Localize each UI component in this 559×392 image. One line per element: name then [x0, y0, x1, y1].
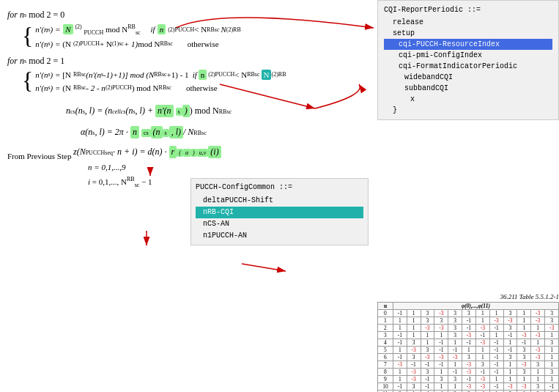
cell-phi: -1 — [434, 361, 448, 369]
cell-phi: 1 — [531, 376, 545, 383]
pucch-nrb[interactable]: nRB-CQI — [196, 207, 363, 218]
mod0-section: for ns mod 2 = 0 { n'(ns) = N (2) PUCCH … — [7, 10, 366, 50]
left-brace-mod0: { — [22, 24, 33, 48]
tree-item-subband[interactable]: subbandCQI — [384, 83, 552, 94]
cell-phi: 3 — [531, 383, 545, 391]
cell-phi: -3 — [462, 383, 476, 391]
cell-phi: -3 — [517, 332, 531, 339]
npucch-cond-mod1: n — [199, 70, 207, 80]
cell-phi: 3 — [462, 354, 476, 361]
cell-phi: -3 — [448, 354, 462, 361]
ruv-highlight: r — [169, 146, 177, 158]
cell-phi: -3 — [531, 332, 545, 339]
nrb-highlight-mod1: N — [262, 70, 272, 80]
tree-item-cqi-pmi[interactable]: cqi-pmi-ConfigIndex — [384, 50, 552, 61]
mod1-label: for ns mod 2 = 1 — [7, 56, 366, 67]
cell-phi: -3 — [489, 317, 503, 325]
cell-phi: 3 — [448, 310, 462, 317]
cell-phi: -1 — [434, 347, 448, 354]
cell-phi: -3 — [407, 369, 421, 376]
cell-phi: -1 — [421, 361, 434, 369]
cell-phi: 1 — [475, 317, 489, 325]
n-range-section: n = 0,1,...,9 — [88, 163, 366, 171]
npucch-cond-mod0: n — [158, 24, 166, 34]
cell-phi: 3 — [448, 325, 462, 332]
cell-phi: 1 — [489, 376, 503, 383]
cell-phi: 1 — [434, 332, 448, 339]
cell-phi: 3 — [421, 369, 434, 376]
cell-phi: -3 — [407, 376, 421, 383]
ncs-highlight: n — [130, 126, 139, 138]
tree-item-close-brace: } — [384, 105, 552, 116]
cell-u: 2 — [378, 325, 393, 332]
cell-phi: 3 — [517, 354, 531, 361]
cell-phi: 1 — [421, 332, 434, 339]
cell-u: 7 — [378, 361, 393, 369]
cell-phi: -3 — [531, 317, 545, 325]
cell-u: 5 — [378, 347, 393, 354]
cell-phi: -1 — [434, 339, 448, 347]
cell-phi: 3 — [517, 347, 531, 354]
cell-phi: 1 — [393, 347, 407, 354]
cell-phi: 1 — [407, 310, 421, 317]
cell-phi: -1 — [489, 347, 503, 354]
tree-item-wideband[interactable]: widebandCQI — [384, 72, 552, 83]
col-phi-header: φ(0),...,φ(11) — [393, 303, 558, 310]
cell-phi: 3 — [407, 383, 421, 391]
cell-phi: -1 — [489, 383, 503, 391]
pucch-delta[interactable]: deltaPUCCH-Shift — [196, 195, 363, 207]
cell-phi: -3 — [503, 317, 517, 325]
cell-phi: 3 — [531, 361, 545, 369]
tree-item-cqi-pucch[interactable]: cqi-PUCCH-ResourceIndex — [384, 39, 552, 50]
ncs-formula-section: ncs (ns , l) = ( ncellcs (ns, l) + n'(n … — [66, 105, 366, 117]
table-row: 7-3-1-1-11-33-11-331 — [378, 361, 559, 369]
cell-phi: -3 — [517, 383, 531, 391]
pucch-ncs[interactable]: nCS-AN — [196, 218, 363, 230]
cell-phi: -1 — [421, 376, 434, 383]
tree-item-release[interactable]: release — [384, 17, 552, 28]
cell-phi: 1 — [503, 376, 517, 383]
cell-phi: 1 — [503, 369, 517, 376]
cell-phi: 1 — [545, 347, 559, 354]
cell-u: 9 — [378, 376, 393, 383]
cell-phi: 1 — [448, 339, 462, 347]
cell-phi: 3 — [421, 317, 434, 325]
cell-phi: 3 — [503, 354, 517, 361]
mod0-cases: n'(ns) = N (2) PUCCH mod NRBsc if n (2)P… — [35, 22, 240, 50]
cell-phi: 1 — [434, 383, 448, 391]
cell-phi: 1 — [545, 354, 559, 361]
table-row: 3-11113-3-11-1-3-31 — [378, 332, 559, 339]
cell-phi: -1 — [489, 354, 503, 361]
tree-item-x[interactable]: x — [384, 94, 552, 105]
cell-phi: 1 — [531, 325, 545, 332]
cell-phi: 1 — [545, 361, 559, 369]
cell-phi: 3 — [448, 332, 462, 339]
cell-phi: 3 — [462, 310, 476, 317]
tree-item-setup[interactable]: setup — [384, 28, 552, 39]
cell-phi: 1 — [545, 332, 559, 339]
cell-phi: 1 — [517, 310, 531, 317]
pucch-n1[interactable]: n1PUCCH-AN — [196, 230, 363, 242]
cell-phi: 1 — [393, 369, 407, 376]
cell-phi: -1 — [475, 369, 489, 376]
cell-phi: 3 — [448, 317, 462, 325]
tree-item-cqi-format[interactable]: cqi-FormatIndicatorPeriodic — [384, 61, 552, 72]
cell-phi: -1 — [407, 361, 421, 369]
table-row: 211-3-33-1-3-1311-3 — [378, 325, 559, 332]
cell-phi: -3 — [531, 347, 545, 354]
cell-phi: -3 — [517, 361, 531, 369]
cell-u: 4 — [378, 339, 393, 347]
cell-phi: 1 — [475, 310, 489, 317]
cell-phi: 1 — [475, 347, 489, 354]
cell-phi: 3 — [407, 354, 421, 361]
cell-phi: 3 — [517, 369, 531, 376]
cell-phi: -1 — [393, 310, 407, 317]
cell-phi: -3 — [462, 361, 476, 369]
cell-phi: -3 — [475, 376, 489, 383]
cell-phi: -3 — [475, 325, 489, 332]
cell-phi: -3 — [531, 310, 545, 317]
cell-phi: -3 — [503, 383, 517, 391]
otherwise-mod0: otherwise — [188, 40, 219, 48]
cell-phi: 1 — [448, 361, 462, 369]
cell-phi: -1 — [475, 332, 489, 339]
